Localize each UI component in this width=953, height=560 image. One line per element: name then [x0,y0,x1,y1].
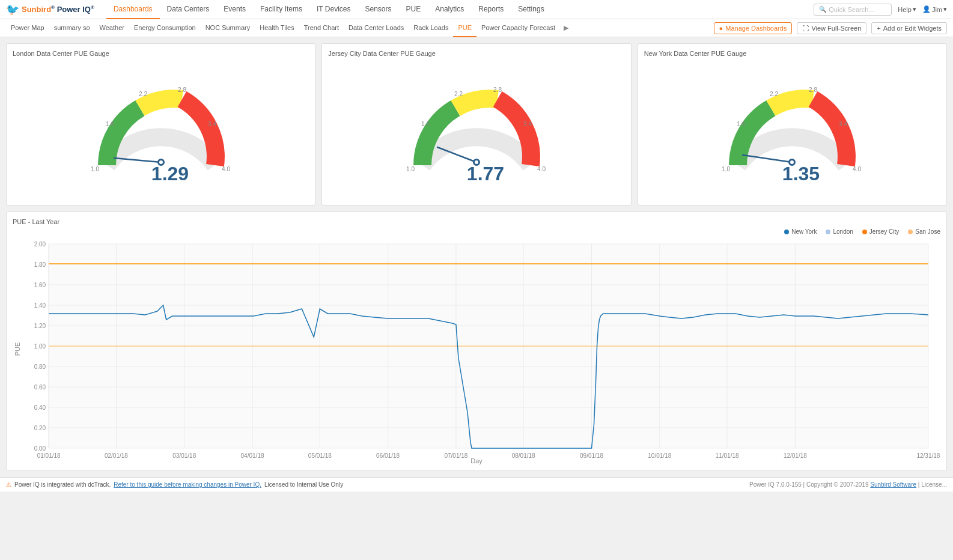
subnav-arrow[interactable]: ▶ [560,24,572,32]
sub-nav: Power Map summary so Weather Energy Cons… [0,19,953,37]
svg-text:PUE: PUE [14,342,21,356]
newyork-gauge-title: New York Data Center PUE Gauge [644,50,940,57]
svg-text:12/31/18: 12/31/18 [916,452,940,459]
svg-text:1.29: 1.29 [151,163,189,184]
footer-link[interactable]: Refer to this guide before making change… [114,481,261,488]
london-gauge-title: London Data Center PUE Gauge [13,50,309,57]
footer-warning-text: Power IQ is integrated with dcTrack. [14,481,111,488]
legend-label-london: London [833,228,853,235]
subnav-pue[interactable]: PUE [453,19,476,37]
london-gauge-container: 1.0 1.6 2.2 2.8 3.4 4.0 1.29 [13,60,309,198]
sub-nav-items: Power Map summary so Weather Energy Cons… [6,19,714,37]
svg-text:0.40: 0.40 [34,404,46,411]
nav-item-sensors[interactable]: Sensors [358,0,398,19]
svg-text:1.0: 1.0 [406,166,415,172]
fullscreen-button[interactable]: ⛶ View Full-Screen [797,22,866,34]
nav-item-pue[interactable]: PUE [399,0,428,19]
footer-left: ⚠ Power IQ is integrated with dcTrack. R… [6,481,343,488]
fullscreen-icon: ⛶ [802,25,809,32]
london-gauge-card: London Data Center PUE Gauge 1.0 [6,43,315,205]
newyork-gauge-svg: 1.0 1.6 2.2 2.8 3.4 4.0 1.35 [708,69,876,189]
svg-text:4.0: 4.0 [537,166,546,172]
svg-text:10/01/18: 10/01/18 [648,452,671,459]
jerseycity-gauge-card: Jersey City Data Center PUE Gauge 1.0 1.… [321,43,631,205]
manage-dashboards-button[interactable]: ● Manage Dashboards [714,22,793,34]
svg-text:4.0: 4.0 [222,166,230,172]
footer-license2: | License... [918,481,947,488]
svg-text:2.2: 2.2 [139,91,147,97]
svg-text:2.8: 2.8 [493,87,502,93]
svg-text:03/01/18: 03/01/18 [172,452,196,459]
legend-dot-sanjose [908,230,913,234]
legend-newyork: New York [784,228,817,235]
help-menu[interactable]: Help ▾ [898,5,916,13]
user-label: Jim [932,6,942,13]
chart-area: 2.00 1.80 1.60 1.40 1.20 1.00 0.80 0.60 … [13,238,940,460]
nav-item-analytics[interactable]: Analytics [428,0,471,19]
svg-text:08/01/18: 08/01/18 [512,452,535,459]
add-widgets-button[interactable]: + Add or Edit Widgets [871,22,947,34]
subnav-powermap[interactable]: Power Map [6,19,49,37]
legend-label-newyork: New York [791,228,817,235]
svg-text:3.4: 3.4 [839,121,847,127]
footer: ⚠ Power IQ is integrated with dcTrack. R… [0,477,953,492]
nav-item-facilityitems[interactable]: Facility Items [253,0,309,19]
main-content: London Data Center PUE Gauge 1.0 [0,37,953,477]
subnav-summaryso[interactable]: summary so [49,19,95,37]
manage-label: Manage Dashboards [725,25,787,32]
fullscreen-label: View Full-Screen [811,25,861,32]
svg-text:02/01/18: 02/01/18 [105,452,128,459]
footer-company[interactable]: Sunbird Software [870,481,916,488]
subnav-powercapacity[interactable]: Power Capacity Forecast [476,19,560,37]
subnav-datacenterloads[interactable]: Data Center Loads [344,19,409,37]
nav-item-dashboards[interactable]: Dashboards [106,0,160,19]
nav-item-reports[interactable]: Reports [471,0,511,19]
search-icon: 🔍 [819,6,826,13]
user-chevron: ▾ [943,5,947,13]
svg-text:3.4: 3.4 [208,121,216,127]
svg-text:0.80: 0.80 [34,364,46,370]
add-icon: + [877,25,880,32]
svg-text:01/01/18: 01/01/18 [37,452,61,459]
jerseycity-gauge-container: 1.0 1.6 2.2 2.8 3.4 4.0 1.77 [328,60,624,198]
legend-label-jerseycity: Jersey City [869,228,899,235]
bird-icon: 🐦 [6,3,19,16]
subnav-energyconsumption[interactable]: Energy Consumption [129,19,201,37]
newyork-gauge-card: New York Data Center PUE Gauge 1.0 1.6 2… [638,43,947,205]
subnav-weather[interactable]: Weather [95,19,129,37]
search-placeholder: Quick Search... [829,6,874,13]
pue-chart-title: PUE - Last Year [13,218,940,225]
subnav-trendchart[interactable]: Trend Chart [299,19,344,37]
svg-text:2.2: 2.2 [454,91,463,97]
user-menu[interactable]: 👤 Jim ▾ [922,5,947,13]
subnav-rackloads[interactable]: Rack Loads [409,19,453,37]
logo-area: 🐦 Sunbird® Power IQ® [6,3,94,16]
search-box[interactable]: 🔍 Quick Search... [814,4,892,16]
svg-text:1.40: 1.40 [34,302,46,309]
svg-text:1.35: 1.35 [782,163,820,184]
pue-chart-card: PUE - Last Year New York London Jersey C… [6,212,947,471]
legend-dot-newyork [784,230,789,234]
warning-icon: ⚠ [6,481,11,488]
newyork-gauge-container: 1.0 1.6 2.2 2.8 3.4 4.0 1.35 [644,60,940,198]
svg-text:2.8: 2.8 [178,87,186,93]
nav-item-datacenters[interactable]: Data Centers [160,0,217,19]
nav-item-itdevices[interactable]: IT Devices [309,0,358,19]
svg-text:12/01/18: 12/01/18 [784,452,807,459]
nav-item-settings[interactable]: Settings [511,0,551,19]
svg-text:1.6: 1.6 [737,121,745,127]
footer-right: Power IQ 7.0.0-155 | Copyright © 2007-20… [749,481,947,488]
svg-text:4.0: 4.0 [853,166,861,172]
svg-text:1.00: 1.00 [34,343,46,350]
chart-legend: New York London Jersey City San Jose [13,228,940,235]
subnav-nocsummary[interactable]: NOC Summary [201,19,255,37]
svg-text:2.00: 2.00 [34,241,46,248]
svg-text:1.0: 1.0 [91,166,99,172]
nav-item-events[interactable]: Events [216,0,253,19]
subnav-healthtiles[interactable]: Health Tiles [255,19,299,37]
svg-text:0.20: 0.20 [34,425,46,431]
sub-nav-right: ● Manage Dashboards ⛶ View Full-Screen +… [714,22,947,34]
user-icon: 👤 [922,5,931,13]
legend-sanjose: San Jose [908,228,940,235]
jerseycity-gauge-svg: 1.0 1.6 2.2 2.8 3.4 4.0 1.77 [392,69,561,189]
